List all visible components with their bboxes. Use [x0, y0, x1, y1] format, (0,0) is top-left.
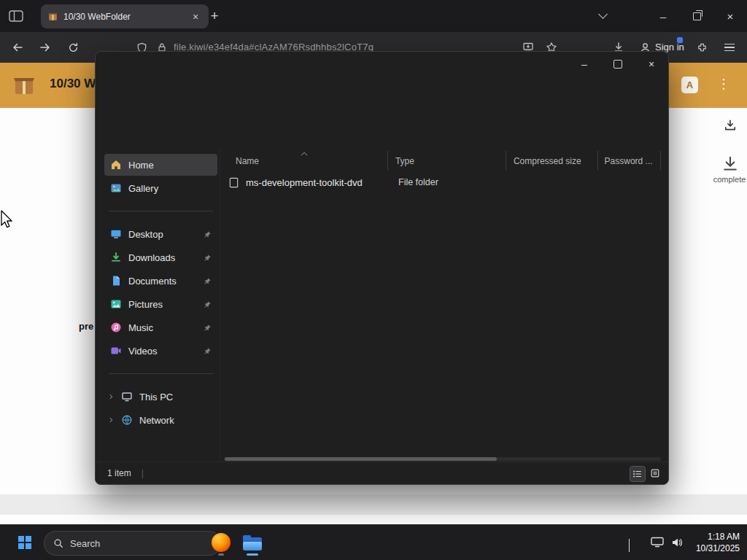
item-count-label: 1 item	[107, 468, 131, 478]
start-button[interactable]	[12, 529, 38, 556]
explorer-maximize-button[interactable]	[601, 52, 635, 77]
gallery-icon	[110, 182, 122, 194]
file-name: ms-development-toolkit-dvd	[246, 177, 363, 188]
mouse-cursor	[0, 210, 13, 230]
taskbar: Search 1:18 AM 10/31/2025	[0, 524, 747, 560]
tab-list-chevron-icon[interactable]	[595, 11, 610, 21]
page-download-tray-icon[interactable]	[724, 119, 737, 132]
column-header-size[interactable]: Si	[661, 151, 667, 170]
file-icon	[228, 177, 239, 188]
browser-restore-button[interactable]	[680, 0, 713, 32]
forward-icon[interactable]	[36, 39, 54, 56]
pictures-icon	[110, 298, 122, 310]
tray-volume-icon[interactable]	[671, 537, 683, 548]
taskbar-clock[interactable]: 1:18 AM 10/31/2025	[696, 531, 740, 554]
home-icon	[110, 159, 122, 171]
page-footer-band	[0, 494, 747, 515]
sort-ascending-icon	[301, 152, 308, 156]
clock-date: 10/31/2025	[696, 542, 740, 554]
large-icons-view-button[interactable]	[648, 466, 662, 481]
search-icon	[53, 538, 63, 548]
column-header-compressed-size[interactable]: Compressed size	[506, 151, 598, 170]
browser-tab[interactable]: 10/30 WebFolder ×	[41, 4, 209, 28]
tray-chevron-up-icon[interactable]	[629, 540, 636, 545]
refresh-icon[interactable]	[64, 39, 82, 56]
taskbar-search[interactable]: Search	[44, 531, 221, 556]
sidebar-separator	[109, 211, 213, 211]
file-explorer-window: – × Home Gallery Desktop Downloads Docum…	[95, 51, 669, 485]
extensions-icon[interactable]	[693, 39, 711, 56]
this-pc-icon	[121, 391, 133, 402]
horizontal-scrollbar[interactable]	[224, 457, 661, 461]
pin-icon	[204, 324, 212, 332]
browser-tab-bar: 10/30 WebFolder × + – ×	[0, 0, 747, 32]
kebab-menu-icon[interactable]: ⋮	[716, 76, 731, 92]
sidebar-item-pictures[interactable]: Pictures	[104, 293, 217, 315]
download-status-label: complete	[702, 175, 747, 184]
pin-icon	[204, 277, 212, 285]
scrollbar-thumb[interactable]	[225, 457, 497, 461]
column-header-password[interactable]: Password ...	[598, 151, 661, 170]
sidebar-item-network[interactable]: Network	[104, 409, 217, 431]
downloads-folder-icon	[110, 252, 122, 263]
network-icon	[121, 414, 133, 426]
firefox-view-icon[interactable]	[7, 9, 25, 23]
file-type: File folder	[391, 177, 516, 187]
explorer-status-bar: 1 item |	[96, 462, 668, 484]
column-header-row: Name Type Compressed size Password ... S…	[223, 151, 667, 170]
chevron-right-icon[interactable]	[107, 416, 115, 424]
sidebar-separator	[109, 373, 213, 374]
page-text-fragment: pre	[79, 321, 93, 332]
notification-dot	[677, 37, 683, 43]
details-view-button[interactable]	[630, 466, 646, 482]
page-title: 10/30 W	[50, 77, 96, 91]
sidebar-item-music[interactable]: Music	[104, 316, 217, 338]
sidebar-item-home[interactable]: Home	[104, 154, 217, 176]
file-row[interactable]: ms-development-toolkit-dvd File folder	[223, 173, 667, 192]
pin-icon	[204, 347, 212, 355]
status-divider: |	[142, 468, 144, 478]
taskbar-firefox-icon[interactable]	[206, 529, 236, 556]
documents-icon	[110, 275, 122, 287]
translate-icon[interactable]: A	[681, 77, 698, 93]
browser-minimize-button[interactable]: –	[646, 0, 680, 32]
music-icon	[110, 322, 122, 333]
column-header-type[interactable]: Type	[388, 151, 506, 170]
sidebar-item-gallery[interactable]: Gallery	[104, 177, 217, 199]
pin-icon	[204, 254, 212, 262]
tab-favicon-package-icon	[47, 11, 58, 22]
sidebar-item-videos[interactable]: Videos	[104, 340, 217, 362]
file-list-pane: Name Type Compressed size Password ... S…	[223, 151, 667, 458]
sidebar-item-downloads[interactable]: Downloads	[104, 246, 217, 268]
videos-icon	[110, 345, 122, 357]
tab-title: 10/30 WebFolder	[63, 12, 184, 22]
pin-icon	[204, 300, 212, 308]
explorer-close-button[interactable]: ×	[635, 52, 668, 77]
tray-display-icon[interactable]	[651, 537, 664, 548]
search-label: Search	[70, 538, 100, 549]
pane-divider	[220, 148, 220, 458]
explorer-minimize-button[interactable]: –	[568, 52, 601, 77]
sidebar-item-documents[interactable]: Documents	[104, 270, 217, 292]
package-logo-icon	[10, 71, 38, 99]
windows-logo-icon	[18, 536, 31, 549]
back-icon[interactable]	[9, 39, 26, 56]
new-tab-button[interactable]: +	[204, 6, 225, 26]
pin-icon	[204, 230, 212, 238]
taskbar-explorer-icon[interactable]	[238, 529, 267, 556]
tab-close-icon[interactable]: ×	[189, 10, 202, 23]
desktop-icon	[110, 228, 122, 240]
browser-close-button[interactable]: ×	[713, 0, 747, 32]
page-download-complete-icon[interactable]	[721, 155, 739, 173]
explorer-sidebar: Home Gallery Desktop Downloads Documents…	[104, 154, 217, 432]
clock-time: 1:18 AM	[696, 531, 740, 542]
chevron-right-icon[interactable]	[107, 393, 115, 400]
sidebar-item-this-pc[interactable]: This PC	[104, 386, 217, 408]
menu-hamburger-icon[interactable]	[721, 39, 738, 56]
sidebar-item-desktop[interactable]: Desktop	[104, 223, 217, 245]
